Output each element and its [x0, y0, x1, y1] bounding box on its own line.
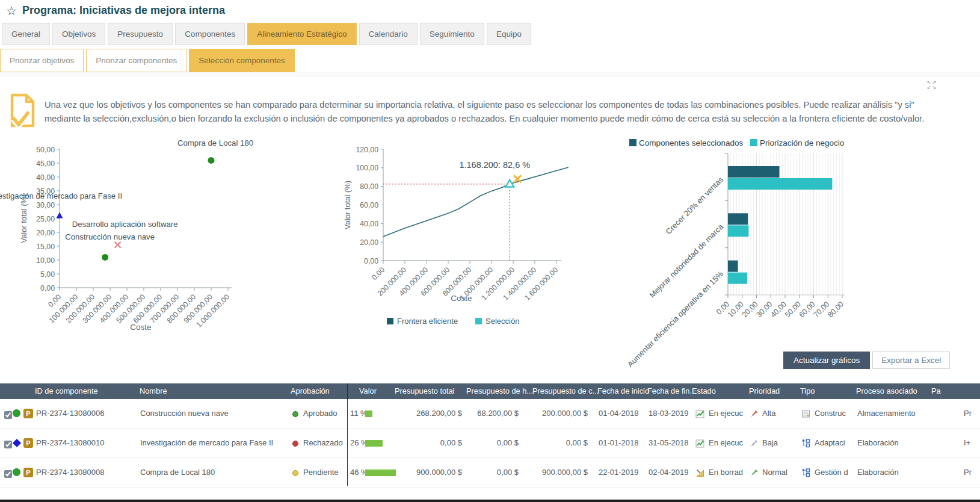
tab-alineamiento-estrategico[interactable]: Alineamiento Estratégico	[247, 23, 356, 45]
bar-priorization[interactable]	[728, 273, 747, 284]
column-header[interactable]: Presupuesto de c...	[532, 383, 599, 399]
arrow-down-left-icon: ↙	[926, 84, 932, 90]
subtab-priorizar-componentes[interactable]: Priorizar componentes	[86, 49, 186, 72]
scatter-point-label: Construcción nueva nave	[65, 232, 155, 241]
update-charts-button[interactable]: Actualizar gráficos	[783, 352, 870, 369]
legend-swatch	[750, 139, 757, 146]
bar-selected[interactable]	[728, 261, 738, 272]
bar-selected[interactable]	[728, 213, 748, 225]
program-badge: P	[23, 438, 33, 448]
main-tabs: General Objetivos Presupuesto Componente…	[2, 23, 531, 45]
arrow-down-right-icon: ↘	[932, 84, 937, 90]
column-header[interactable]: Tipo	[800, 383, 815, 399]
svg-text:60,00: 60,00	[360, 201, 378, 209]
cell-process: Elaboración	[857, 429, 899, 457]
cell-pa: I+	[964, 429, 970, 457]
svg-text:45,00: 45,00	[36, 160, 55, 168]
table-row[interactable]: PPR-2374-13080010Investigación de mercad…	[0, 429, 980, 458]
expand-icon[interactable]: ↖↗ ↙↘	[926, 80, 937, 90]
cell-budget-costs: 0,00 $	[523, 429, 588, 457]
cell-status: En ejecuc	[695, 399, 743, 428]
scatter-point[interactable]	[57, 212, 63, 218]
frozen-column-divider[interactable]	[347, 383, 348, 486]
tab-general[interactable]: General	[2, 23, 50, 45]
health-diamond-icon	[13, 439, 21, 447]
scatter-point[interactable]	[115, 242, 121, 248]
subtab-priorizar-objetivos[interactable]: Priorizar objetivos	[0, 49, 84, 72]
export-excel-button[interactable]: Exportar a Excel	[872, 352, 950, 369]
value-bar	[365, 411, 372, 417]
subtab-seleccion-componentes[interactable]: Selección componentes	[189, 49, 294, 72]
svg-text:80,00: 80,00	[360, 182, 378, 191]
table-body: PPR-2374-13080006Construcción nueva nave…	[0, 399, 980, 488]
tab-calendario[interactable]: Calendario	[359, 23, 418, 45]
scatter-point-label: Compra de Local 180	[177, 138, 253, 147]
instructions-line-2: mediante la selección,exclusión,o bien f…	[45, 112, 924, 126]
legend-label[interactable]: Selección	[485, 317, 519, 326]
column-header[interactable]: Aprobación	[291, 383, 330, 399]
line-y-axis-label: Valor total (%)	[343, 181, 352, 229]
program-badge: P	[23, 468, 33, 477]
approval-dot-icon	[292, 441, 298, 447]
cell-component-id: PR-2374-13080006	[36, 399, 104, 428]
bar-priorization[interactable]	[728, 225, 748, 237]
cell-process: Elaboración	[857, 458, 899, 487]
scatter-point[interactable]	[208, 157, 215, 164]
svg-text:10,00: 10,00	[36, 256, 55, 265]
svg-text:40,00: 40,00	[360, 220, 378, 228]
cell-start-date: 01-04-2018	[599, 399, 639, 428]
cell-end-date: 02-04-2019	[649, 458, 689, 487]
column-header[interactable]: Fecha de inicio	[597, 383, 649, 399]
row-select-checkbox[interactable]	[4, 411, 12, 419]
cell-process: Almacenamiento	[857, 399, 916, 428]
cell-component-id: PR-2374-13080008	[36, 458, 104, 487]
svg-text:0,00: 0,00	[40, 284, 55, 293]
bar-priorization[interactable]	[728, 178, 832, 190]
line-x-axis-label: Coste	[451, 294, 472, 303]
column-header[interactable]: ID de componente	[35, 383, 98, 399]
cell-approval: Pendiente	[292, 458, 344, 487]
content-divider	[0, 72, 980, 77]
table-row[interactable]: PPR-2374-13080008Compra de Local 180Pend…	[0, 458, 980, 488]
bar-selected[interactable]	[728, 166, 780, 178]
svg-text:60,00: 60,00	[798, 300, 817, 319]
cell-start-date: 22-01-2019	[599, 458, 639, 487]
legend-label[interactable]: Componentes seleccionados	[639, 138, 744, 147]
svg-text:30,00: 30,00	[754, 300, 774, 319]
favorite-star-icon[interactable]: ☆	[6, 5, 17, 17]
cell-type: Adaptaci	[801, 429, 845, 457]
horizontal-scrollbar[interactable]	[0, 500, 980, 502]
objectives-bar-chart: Componentes seleccionadosPriorización de…	[626, 137, 980, 378]
components-table: ID de componenteNombreAprobaciónValorPre…	[0, 383, 980, 488]
tab-componentes[interactable]: Componentes	[175, 23, 245, 45]
column-header[interactable]: Presupuesto de h...	[466, 383, 533, 399]
column-header[interactable]: Presupuesto total	[395, 383, 455, 399]
cell-type: Gestión d	[801, 458, 848, 487]
column-header[interactable]: Estado	[692, 383, 716, 399]
row-select-checkbox[interactable]	[4, 470, 12, 478]
table-row[interactable]: PPR-2374-13080006Construcción nueva nave…	[0, 399, 980, 429]
column-header[interactable]: Nombre	[140, 383, 167, 399]
cell-status: En borrad	[695, 458, 743, 487]
column-header[interactable]: Valor	[359, 383, 377, 399]
tab-seguimiento[interactable]: Seguimiento	[420, 23, 484, 45]
column-header[interactable]: Fecha de fin...	[647, 383, 696, 399]
column-header[interactable]: Proceso asociado	[856, 383, 917, 399]
tab-objetivos[interactable]: Objetivos	[52, 23, 105, 45]
cell-priority: Alta	[750, 399, 775, 428]
scatter-point[interactable]	[102, 254, 108, 261]
svg-text:40,00: 40,00	[769, 300, 788, 319]
svg-text:40,00: 40,00	[36, 173, 55, 182]
column-header[interactable]: Pa	[931, 383, 941, 399]
svg-text:50,00: 50,00	[36, 146, 55, 154]
tab-equipo[interactable]: Equipo	[487, 23, 531, 45]
legend-label[interactable]: Frontera eficiente	[397, 317, 458, 326]
scatter-point-label: Desarrollo aplicación software	[72, 220, 178, 229]
tab-presupuesto[interactable]: Presupuesto	[108, 23, 173, 45]
column-header[interactable]: Prioridad	[749, 383, 780, 399]
svg-text:0,00: 0,00	[370, 265, 386, 282]
legend-label[interactable]: Priorización de negocio	[760, 138, 844, 147]
row-select-checkbox[interactable]	[4, 441, 12, 448]
bar-category-label: Aumentar eficiencia operativa en 15%	[626, 269, 726, 369]
program-badge: P	[23, 409, 33, 418]
